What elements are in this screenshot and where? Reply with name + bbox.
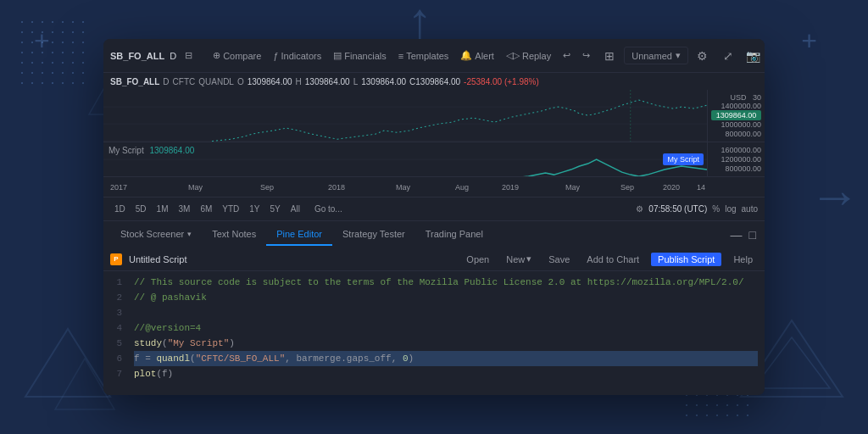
undo-btn[interactable]: ↩ [558, 47, 576, 64]
fullscreen-btn[interactable]: ⊞ [598, 45, 620, 67]
ci-h-val: 1309864.00 [305, 77, 350, 86]
ci-change: -25384.00 (+1.98%) [464, 77, 539, 86]
line-numbers: 1 2 3 4 5 6 7 [103, 271, 127, 395]
snapshot-btn[interactable]: 📷 [743, 45, 765, 67]
percent-btn[interactable]: % [712, 204, 720, 214]
ci-o-val: 1309864.00 [248, 77, 292, 86]
period-3m[interactable]: 3M [175, 203, 195, 215]
ci-o-label: O [237, 77, 244, 86]
time-may3: May [565, 183, 580, 192]
auto-btn[interactable]: auto [742, 204, 758, 214]
ci-interval: D [163, 77, 169, 86]
code-line-3 [134, 305, 758, 320]
main-window: SB_FO_ALL D ⊟ ⊕ Compare ƒ Indicators ▤ F… [103, 39, 765, 395]
panel-maximize-btn[interactable]: □ [748, 226, 758, 243]
ci-h-label: H [296, 77, 302, 86]
time-display: 07:58:50 (UTC) [648, 204, 707, 214]
upper-chart[interactable]: USD 30 1400000.00 1309864.00 1000000.00 … [103, 90, 765, 142]
financials-icon: ▤ [333, 50, 342, 61]
toolbar-right: ⊞ Unnamed ▾ ⚙ ⤢ 📷 Publish ▶ [598, 45, 765, 67]
code-lines[interactable]: // This source code is subject to the te… [127, 271, 765, 395]
charts-container: USD 30 1400000.00 1309864.00 1000000.00 … [103, 90, 765, 176]
code-line-1: // This source code is subject to the te… [134, 275, 758, 290]
chart-info-bar: SB_FO_ALL D CFTC QUANDL O 1309864.00 H 1… [103, 73, 765, 90]
goto-btn[interactable]: Go to... [309, 203, 348, 215]
compare-btn[interactable]: ⊕ Compare [208, 47, 266, 64]
tab-strategy-tester[interactable]: Strategy Tester [332, 224, 415, 246]
period-5d[interactable]: 5D [131, 203, 151, 215]
line-num-3: 3 [103, 305, 122, 320]
editor-header: P Untitled Script Open New ▾ Save Add to… [103, 248, 765, 271]
ci-symbol: SB_FO_ALL [110, 77, 159, 86]
bg-plus-tl: + [34, 25, 50, 57]
lower-axis-1200: 1200000.00 [711, 155, 761, 164]
period-1y[interactable]: 1Y [245, 203, 264, 215]
lower-right-axis: 1600000.00 1200000.00 800000.00 [707, 142, 765, 176]
help-btn[interactable]: Help [728, 253, 758, 266]
period-ytd[interactable]: YTD [218, 203, 243, 215]
add-to-chart-btn[interactable]: Add to Chart [581, 253, 644, 266]
new-btn[interactable]: New ▾ [501, 252, 537, 266]
time-14: 14 [697, 183, 705, 192]
code-line-4: //@version=4 [134, 320, 758, 336]
financials-btn[interactable]: ▤ Financials [328, 47, 392, 64]
code-editor[interactable]: P Untitled Script Open New ▾ Save Add to… [103, 248, 765, 395]
fullscreen2-btn[interactable]: ⤢ [717, 45, 739, 67]
period-6m[interactable]: 6M [196, 203, 216, 215]
toolbar: SB_FO_ALL D ⊟ ⊕ Compare ƒ Indicators ▤ F… [103, 39, 765, 73]
templates-btn[interactable]: ≡ Templates [393, 48, 454, 64]
my-script-badge: My Script [663, 153, 704, 165]
file-icon: P [110, 253, 122, 265]
time-may2: May [396, 183, 410, 192]
publish-script-btn[interactable]: Publish Script [651, 253, 721, 266]
interval-label: D [170, 51, 176, 61]
time-2018: 2018 [328, 183, 345, 192]
editor-actions: Open New ▾ Save Add to Chart Publish Scr… [461, 252, 758, 266]
period-1m[interactable]: 1M [153, 203, 173, 215]
unnamed-label: Unnamed [632, 51, 672, 61]
alert-btn[interactable]: 🔔 Alert [455, 47, 499, 64]
tab-text-notes[interactable]: Text Notes [202, 224, 266, 246]
svg-marker-3 [754, 337, 830, 388]
axis-highlighted: 1309864.00 [711, 110, 761, 120]
period-5y[interactable]: 5Y [266, 203, 285, 215]
ci-c-val: C1309864.00 [409, 77, 460, 86]
code-line-2: // @ pashavik [134, 290, 758, 305]
currency-label: USD 30 [711, 93, 761, 102]
settings-btn[interactable]: ⚙ [692, 45, 714, 67]
log-btn[interactable]: log [725, 204, 736, 214]
redo-btn[interactable]: ↪ [577, 47, 595, 64]
time-axis: 2017 May Sep 2018 May Aug 2019 May Sep 2… [103, 176, 765, 197]
tab-pine-editor[interactable]: Pine Editor [266, 224, 332, 246]
panel-minimize-btn[interactable]: — [729, 226, 744, 243]
replay-btn[interactable]: ◁▷ Replay [501, 47, 556, 64]
symbol-label: SB_FO_ALL [110, 51, 164, 61]
chart-settings-icon[interactable]: ⚙ [636, 204, 643, 214]
period-all[interactable]: All [287, 203, 304, 215]
bar-type-btn[interactable]: ⊟ [180, 47, 198, 64]
stock-screener-arrow: ▾ [187, 230, 192, 238]
bg-plus-tr: + [801, 25, 817, 57]
tab-trading-panel[interactable]: Trading Panel [415, 224, 493, 246]
axis-1000: 1000000.00 [711, 120, 761, 129]
bottom-toolbar: 1D 5D 1M 3M 6M YTD 1Y 5Y All Go to... ⚙ … [103, 197, 765, 220]
bottom-right: ⚙ 07:58:50 (UTC) % log auto [636, 204, 758, 214]
lower-chart[interactable]: My Script 1309864.00 My Script 1600000.0… [103, 142, 765, 176]
open-btn[interactable]: Open [461, 253, 494, 266]
period-1d[interactable]: 1D [110, 203, 130, 215]
time-sep2: Sep [620, 183, 634, 192]
indicators-icon: ƒ [273, 51, 278, 61]
tab-stock-screener[interactable]: Stock Screener ▾ [110, 224, 202, 246]
svg-marker-0 [25, 329, 110, 397]
alert-icon: 🔔 [460, 50, 472, 61]
line-num-1: 1 [103, 275, 122, 290]
unnamed-dropdown-icon: ▾ [676, 50, 681, 61]
bg-dots-tl [17, 17, 85, 85]
time-sep1: Sep [260, 183, 274, 192]
save-btn[interactable]: Save [543, 253, 575, 266]
code-line-6: f = quandl("CFTC/SB_FO_ALL", barmerge.ga… [134, 351, 758, 366]
bar-type-icon: ⊟ [185, 50, 192, 61]
unnamed-btn[interactable]: Unnamed ▾ [624, 47, 688, 64]
indicators-btn[interactable]: ƒ Indicators [268, 48, 326, 64]
new-dropdown-icon: ▾ [526, 253, 531, 264]
